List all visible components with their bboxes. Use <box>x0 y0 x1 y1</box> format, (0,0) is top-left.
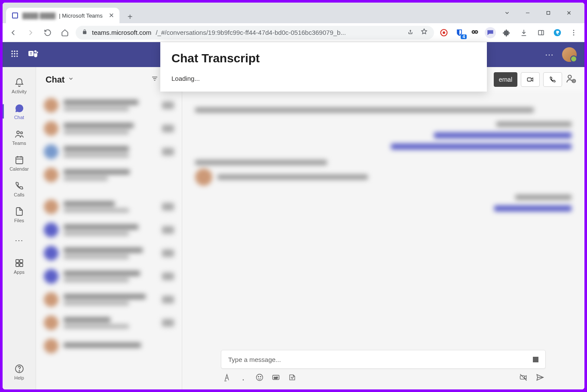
svg-point-29 <box>17 131 19 134</box>
conversation-pane: ████████ ernal Type a message... <box>182 67 584 389</box>
close-window-icon[interactable] <box>559 6 578 20</box>
home-button[interactable] <box>58 26 71 39</box>
svg-point-56 <box>291 377 292 377</box>
bookmark-star-icon[interactable] <box>420 28 428 37</box>
chat-heading: Chat <box>46 75 64 85</box>
compose-input[interactable]: Type a message... <box>221 350 546 369</box>
bitwarden-extension-icon[interactable]: 4 <box>454 27 465 38</box>
svg-point-15 <box>573 34 575 35</box>
conversation-messages-blurred <box>182 92 584 346</box>
svg-rect-10 <box>538 30 544 35</box>
teams-logo-icon: T <box>28 48 39 61</box>
rail-more[interactable]: ⋯ <box>4 228 34 253</box>
svg-point-8 <box>473 31 474 32</box>
svg-point-24 <box>16 55 18 57</box>
external-badge[interactable]: ernal <box>494 72 517 87</box>
svg-point-16 <box>12 51 13 52</box>
popup-title: Chat Transcript <box>171 52 476 65</box>
gif-icon[interactable]: GIF <box>272 373 280 383</box>
app-launcher-icon[interactable] <box>10 49 19 60</box>
browser-menu-icon[interactable] <box>567 26 580 39</box>
message-composer: Type a message... GIF <box>182 346 584 389</box>
svg-point-45 <box>568 75 572 79</box>
rail-activity[interactable]: Activity <box>4 73 34 98</box>
emoji-icon[interactable] <box>255 373 264 383</box>
add-people-icon[interactable] <box>566 73 577 86</box>
extensions-puzzle-icon[interactable] <box>500 26 513 39</box>
user-avatar[interactable] <box>562 47 577 62</box>
svg-text:GIF: GIF <box>274 377 278 379</box>
minimize-icon[interactable] <box>518 6 537 20</box>
forward-button[interactable] <box>24 26 37 39</box>
svg-point-52 <box>258 377 259 377</box>
svg-point-18 <box>16 51 18 52</box>
video-call-button[interactable] <box>521 72 540 87</box>
chevron-down-icon[interactable] <box>68 76 74 83</box>
rail-calls[interactable]: Calls <box>4 176 34 201</box>
tabsearch-icon[interactable] <box>498 6 517 20</box>
rail-help[interactable]: Help <box>4 359 34 384</box>
svg-text:T: T <box>30 52 32 56</box>
chat-transcript-extension-icon[interactable] <box>485 27 496 38</box>
tab-title-blurred: ████ ████ <box>22 12 55 19</box>
svg-point-19 <box>12 53 13 54</box>
window-controls <box>498 6 581 23</box>
svg-point-22 <box>12 55 13 57</box>
svg-point-20 <box>14 53 15 54</box>
url-domain: teams.microsoft.com <box>92 29 151 36</box>
back-button[interactable] <box>7 26 20 39</box>
profile-extension-icon[interactable] <box>552 27 563 38</box>
filter-icon[interactable] <box>151 75 159 84</box>
address-bar[interactable]: teams.microsoft.com/_#/conversations/19:… <box>76 26 434 40</box>
header-more-icon[interactable]: ⋯ <box>545 49 554 60</box>
svg-point-23 <box>14 55 15 57</box>
lock-icon <box>82 29 88 36</box>
format-icon[interactable] <box>223 373 231 383</box>
reload-button[interactable] <box>41 26 54 39</box>
svg-rect-37 <box>16 263 19 266</box>
teams-app: T ⋯ Activity Chat Teams Calendar Calls F… <box>3 42 584 389</box>
svg-point-57 <box>293 377 293 377</box>
svg-point-50 <box>243 380 244 381</box>
rail-files[interactable]: Files <box>4 202 34 227</box>
svg-point-14 <box>573 32 575 33</box>
maximize-icon[interactable] <box>539 6 558 20</box>
svg-point-27 <box>34 50 37 52</box>
ublock-extension-icon[interactable] <box>438 27 449 38</box>
svg-point-21 <box>16 53 18 54</box>
extension-popup: Chat Transcript Loading... <box>160 42 487 92</box>
svg-rect-35 <box>16 260 19 263</box>
chat-list-items-blurred <box>36 92 182 389</box>
extension-icon-3[interactable] <box>469 27 480 38</box>
svg-point-13 <box>573 30 575 31</box>
svg-point-53 <box>260 377 261 377</box>
compose-toolbar: GIF <box>221 369 546 383</box>
svg-rect-36 <box>20 260 23 263</box>
audio-call-button[interactable] <box>543 72 562 87</box>
svg-point-5 <box>443 31 445 34</box>
teams-body: Activity Chat Teams Calendar Calls Files… <box>3 67 584 389</box>
url-path: /_#/conversations/19:9b9fc99c-ff44-47d4-… <box>156 29 346 36</box>
share-icon[interactable] <box>407 28 414 37</box>
svg-point-17 <box>14 51 15 52</box>
downloads-icon[interactable] <box>517 26 530 39</box>
priority-icon[interactable] <box>239 373 248 383</box>
svg-rect-1 <box>547 12 550 15</box>
rail-calendar[interactable]: Calendar <box>4 150 34 175</box>
rail-chat[interactable]: Chat <box>4 99 34 124</box>
camera-off-icon[interactable] <box>519 373 528 383</box>
svg-rect-44 <box>527 78 531 81</box>
window-frame: ████ ████ | Microsoft Teams ✕ + teams.mi… <box>3 3 584 389</box>
new-tab-button[interactable]: + <box>124 10 137 23</box>
rail-teams[interactable]: Teams <box>4 125 34 150</box>
svg-point-51 <box>257 374 263 381</box>
rail-apps[interactable]: Apps <box>4 254 34 279</box>
browser-tab[interactable]: ████ ████ | Microsoft Teams ✕ <box>6 8 119 23</box>
compose-expand-icon[interactable] <box>533 357 538 362</box>
svg-rect-31 <box>16 157 23 164</box>
tab-close-icon[interactable]: ✕ <box>109 12 114 19</box>
teams-favicon <box>11 12 19 19</box>
sticker-icon[interactable] <box>288 373 297 383</box>
sidepanel-icon[interactable] <box>535 26 547 39</box>
send-icon[interactable] <box>535 373 544 383</box>
